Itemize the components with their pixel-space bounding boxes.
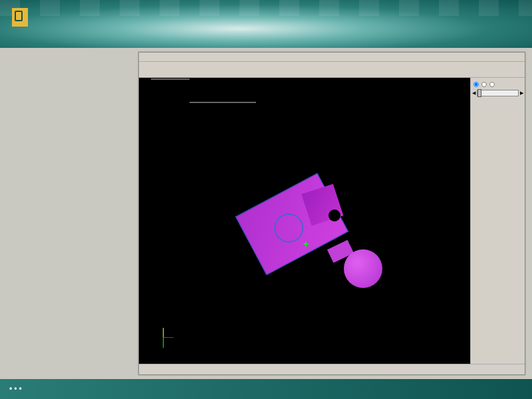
slider-left-icon[interactable]: ◀ [472,90,475,96]
procast-window: + ◀ ▶ [138,52,525,375]
contour-submenu[interactable] [151,78,190,80]
axis-triad [151,325,178,352]
part-ball [344,249,382,288]
viewport-crosshair: + [303,239,309,249]
stress-submenu[interactable] [190,102,256,103]
casting-part [239,178,392,297]
logo [12,8,32,27]
slider-right-icon[interactable]: ▶ [520,90,523,96]
scan-slider[interactable]: ◀ ▶ [472,90,523,96]
logo-icon [12,8,28,27]
part-hole-2 [305,256,317,268]
scan-y-radio[interactable] [481,82,487,87]
menubar[interactable] [139,53,525,62]
status-bar [139,364,525,374]
slide-header [0,0,532,48]
scan-x-radio[interactable] [473,82,479,87]
scan-z-radio[interactable] [489,82,495,87]
footer-url [9,384,28,394]
toolbar [139,62,525,78]
scan-controls [472,82,523,87]
slide-body: + ◀ ▶ [0,48,532,379]
part-hole-1 [329,209,340,221]
slide-footer [0,379,532,399]
side-panel: ◀ ▶ [470,78,525,364]
viewport-3d[interactable]: + [139,78,470,364]
